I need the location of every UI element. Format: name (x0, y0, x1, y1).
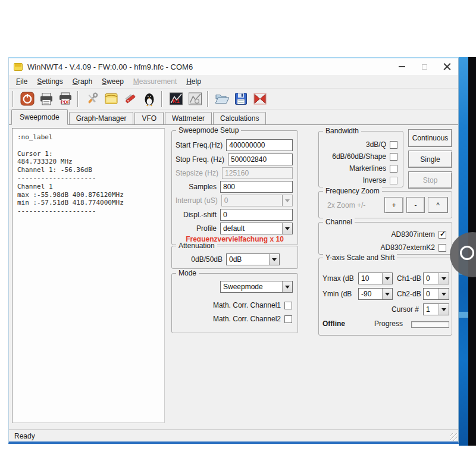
displ-shift-input[interactable]: 0 (220, 209, 293, 221)
menu-sweep[interactable]: Sweep (97, 76, 129, 87)
math-corr-ch1-checkbox[interactable] (284, 302, 292, 309)
screenshot-stage: WinNWT4 - V.4.09 - FW:0.00 - hfm9.hfc - … (0, 0, 476, 476)
profile-select[interactable]: default (220, 223, 293, 234)
tab-strip: Sweepmode Graph-Manager VFO Wattmeter Ca… (9, 111, 458, 125)
open-file-button[interactable] (214, 90, 230, 107)
math-corr-ch2-row: Math. Corr. Channel2 (176, 314, 292, 324)
attenuation-select[interactable]: 0dB (226, 253, 280, 265)
inverse-label: Inverse (363, 176, 390, 184)
frequency-zoom-group: Frequency Zoom 2x Zoom +/- + - ^ (318, 191, 452, 218)
print-pdf-button[interactable]: PDF (57, 90, 74, 107)
continuous-button[interactable]: Continuous (408, 129, 452, 147)
menu-file[interactable]: File (11, 76, 32, 87)
readout-line: min :-57.51dB 418.774000MHz (17, 199, 164, 207)
start-freq-input[interactable]: 400000000 (226, 139, 293, 151)
exit-power-button[interactable] (19, 90, 36, 107)
graph-manager-icon (187, 91, 203, 107)
bandwidth-3db-checkbox[interactable] (390, 141, 397, 149)
profile-folder-button[interactable] (103, 90, 120, 107)
close-icon (443, 63, 451, 71)
ch1-db-label: Ch1-dB (397, 274, 421, 283)
window-title: WinNWT4 - V.4.09 - FW:0.00 - hfm9.hfc - … (27, 62, 193, 71)
settings-tools-button[interactable] (84, 90, 101, 107)
tab-graph-manager[interactable]: Graph-Manager (69, 112, 134, 124)
bandwidth-6db-checkbox[interactable] (390, 153, 397, 161)
status-bar: Ready (9, 430, 458, 441)
tab-wattmeter[interactable]: Wattmeter (165, 112, 212, 124)
stop-freq-input[interactable]: 500002840 (228, 154, 293, 165)
profile-row: Profile default (176, 223, 293, 234)
ymax-select[interactable]: 10 (358, 273, 393, 284)
samples-input[interactable]: 800 (220, 181, 293, 193)
ad8307-extern-label: AD8307externK2 (381, 243, 439, 252)
ch2-db-select[interactable]: 0 (423, 288, 449, 300)
stepsize-row: Stepsize (Hz) 125160 (176, 167, 293, 179)
linux-tux-button[interactable] (141, 90, 158, 107)
displ-shift-label: Displ.-shift (176, 211, 220, 219)
markerlines-checkbox[interactable] (390, 165, 397, 173)
attenuation-group: Attenuation 0dB/50dB 0dB (171, 246, 298, 269)
group-title: Attenuation (176, 242, 217, 250)
mode-select[interactable]: Sweepmode (220, 281, 293, 293)
cursor-readout-panel[interactable]: :no_label Cursor 1: 484.733320 MHz Chann… (12, 128, 165, 423)
zoom-out-button[interactable]: - (406, 197, 425, 213)
math-corr-ch2-checkbox[interactable] (284, 315, 292, 323)
wallpaper-highlight (459, 312, 469, 318)
ad8307-extern-row: AD8307externK2 (322, 242, 446, 253)
toolbar-separator (207, 91, 209, 107)
ad8307-intern-label: AD8307intern (392, 230, 439, 239)
ymin-label: Ymin (dB (322, 290, 352, 298)
ad8307-intern-checkbox[interactable] (439, 231, 446, 239)
ch2-db-label: Ch2-dB (397, 290, 421, 298)
menu-settings[interactable]: Settings (32, 76, 67, 87)
settings-tools-icon (84, 91, 100, 107)
tab-vfo[interactable]: VFO (134, 112, 164, 124)
ymin-select[interactable]: -90 (358, 288, 393, 300)
ch1-db-select[interactable]: 0 (423, 273, 449, 284)
inverse-checkbox[interactable] (390, 177, 397, 184)
tab-calculations[interactable]: Calculations (213, 112, 266, 124)
graph-k1-button[interactable]: K1 (168, 90, 184, 107)
minimize-button[interactable] (390, 58, 413, 75)
sweepmode-setup-group: Sweepmode Setup Start Freq.(Hz) 40000000… (171, 130, 298, 245)
menu-bar: File Settings Graph Sweep Measurement He… (9, 75, 458, 88)
zoom-in-button[interactable]: + (384, 197, 403, 213)
chevron-down-icon (382, 289, 392, 299)
graph-k1-icon: K1 (168, 91, 184, 107)
zoom-reset-button[interactable]: ^ (428, 197, 448, 213)
tab-sweepmode[interactable]: Sweepmode (11, 109, 68, 125)
close-red-button[interactable] (252, 90, 268, 107)
menu-help[interactable]: Help (181, 76, 206, 87)
bandwidth-3db-label: 3dB/Q (366, 140, 390, 149)
close-button[interactable] (436, 58, 458, 75)
toolbar: PDF K1 (9, 88, 458, 109)
progress-label: Progress (374, 320, 403, 328)
svg-text:K1: K1 (173, 98, 180, 104)
ad8307-extern-checkbox[interactable] (439, 244, 446, 252)
save-file-icon (233, 91, 249, 107)
menu-graph[interactable]: Graph (68, 76, 97, 87)
interrupt-select: 0 (221, 195, 293, 206)
chevron-down-icon (382, 273, 392, 284)
stop-button: Stop (408, 171, 452, 189)
stop-freq-row: Stop Freq. (Hz) 500002840 (176, 154, 293, 165)
stop-freq-label: Stop Freq. (Hz) (176, 155, 228, 164)
exit-power-icon (20, 91, 35, 107)
stepsize-input: 125160 (222, 167, 293, 179)
readout-line: 484.733320 MHz (17, 158, 164, 166)
readout-line: Cursor 1: (17, 150, 164, 158)
chevron-down-icon (439, 289, 449, 299)
maximize-button[interactable] (413, 58, 436, 75)
knife-tool-button[interactable] (122, 90, 139, 107)
minimize-icon (399, 66, 405, 67)
inverse-row: Inverse (322, 175, 397, 186)
cursor-number-select[interactable]: 1 (423, 303, 449, 315)
graph-manager-button[interactable] (187, 90, 203, 107)
winnwt4-window: WinNWT4 - V.4.09 - FW:0.00 - hfm9.hfc - … (8, 57, 459, 444)
print-button[interactable] (38, 90, 55, 107)
arrow-circle-icon (460, 246, 474, 260)
save-file-button[interactable] (233, 90, 249, 107)
cursor-number-label: Cursor # (383, 305, 419, 314)
resize-grip-icon[interactable] (450, 433, 458, 441)
single-button[interactable]: Single (408, 151, 452, 168)
